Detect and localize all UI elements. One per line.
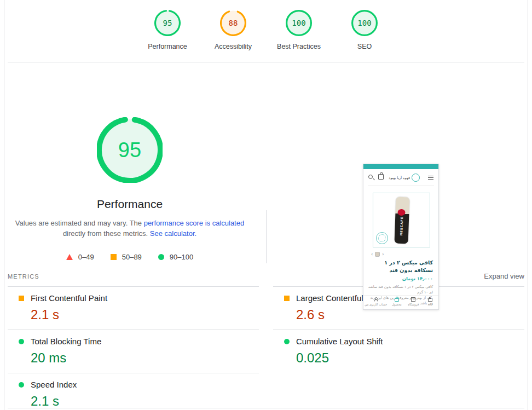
accessibility-score-value: 88	[220, 10, 246, 36]
nav-label: محصول	[392, 302, 402, 305]
mobile-bottom-nav: حساب کاربری من محصول فروشگاه خانه	[363, 295, 438, 307]
main-performance-score-value: 95	[97, 117, 163, 183]
metric-first-contentful-paint: First Contentful Paint 2.1 s	[8, 286, 259, 330]
nav-label: فروشگاه	[408, 302, 419, 305]
fail-triangle-icon	[66, 254, 73, 260]
cart-icon	[378, 174, 384, 180]
person-icon	[374, 297, 378, 302]
metric-empty-cell	[273, 373, 524, 410]
summary-label: Performance	[148, 43, 187, 50]
performance-title: Performance	[0, 198, 259, 211]
next-arrow-icon: ›	[382, 252, 384, 257]
vertical-divider	[266, 210, 267, 263]
summary-item-accessibility[interactable]: 88 Accessibility	[200, 10, 266, 62]
metric-value: 20 ms	[31, 350, 259, 366]
mobile-header: قهوه آریا بهبود	[363, 169, 438, 186]
performance-score-gauge: 95	[154, 10, 181, 36]
bag-icon	[395, 298, 399, 302]
summary-label: Accessibility	[215, 43, 252, 50]
performance-disclaimer: Values are estimated and may vary. The p…	[6, 218, 253, 239]
nav-item-home: خانه	[421, 296, 438, 307]
pack-brand-text: NESCAFE	[400, 210, 404, 242]
average-square-icon	[284, 296, 290, 301]
legend-range: 50–89	[122, 253, 142, 261]
legend-range: 90–100	[170, 253, 193, 261]
metric-value: 2.1 s	[31, 394, 259, 409]
store-icon	[411, 297, 415, 302]
metrics-heading: METRICS	[8, 273, 39, 280]
prev-arrow-icon: ‹	[371, 252, 373, 257]
best-practices-score-value: 100	[286, 10, 312, 36]
disclaimer-text: directly from these metrics.	[63, 229, 150, 238]
nav-item-account: حساب کاربری من	[363, 296, 388, 307]
nav-label: خانه	[427, 302, 432, 305]
bottom-divider	[8, 408, 524, 408]
pass-circle-icon	[19, 339, 24, 344]
metric-label: Cumulative Layout Shift	[296, 337, 383, 346]
nav-label: حساب کاربری من	[365, 302, 387, 305]
pass-circle-icon	[19, 382, 24, 388]
metric-value: 2.1 s	[31, 307, 259, 322]
average-square-icon	[19, 296, 24, 301]
score-legend: 0–49 50–89 90–100	[66, 253, 193, 261]
store-name: قهوه آریا بهبود	[389, 176, 410, 180]
nav-item-product: محصول	[388, 296, 405, 307]
performance-gauge-block: 95 Performance Values are estimated and …	[0, 117, 259, 262]
performance-panel: 95 Performance Values are estimated and …	[0, 62, 532, 266]
metric-speed-index: Speed Index 2.1 s	[8, 373, 259, 410]
main-performance-gauge: 95	[97, 117, 163, 183]
summary-item-seo[interactable]: 100 SEO	[332, 10, 397, 62]
watermark-stamp-icon	[376, 232, 388, 244]
nav-item-shop: فروشگاه	[405, 296, 422, 307]
product-image-box: NESCAFE	[373, 193, 430, 247]
search-icon	[368, 175, 373, 179]
metric-cumulative-layout-shift: Cumulative Layout Shift 0.025	[273, 330, 524, 373]
see-calculator-link[interactable]: See calculator.	[150, 229, 196, 238]
image-pager: ‹ ›	[371, 252, 384, 257]
product-title: کافی میکس ۲ در ۱ نسکافه بدون قند	[369, 259, 433, 274]
home-icon	[428, 297, 432, 302]
metric-label: Total Blocking Time	[31, 337, 101, 346]
average-square-icon	[111, 254, 117, 260]
seo-score-value: 100	[351, 10, 378, 36]
pass-circle-icon	[158, 254, 164, 260]
menu-icon	[428, 176, 433, 180]
metric-label: First Contentful Paint	[31, 293, 107, 303]
disclaimer-text: Values are estimated and may vary. The	[15, 219, 144, 227]
accessibility-score-gauge: 88	[220, 10, 246, 36]
mobile-status-bar	[363, 164, 438, 169]
metric-value: 0.025	[296, 350, 524, 366]
lighthouse-report: 95 Performance 88 Accessibility 100 Best…	[0, 0, 532, 410]
store-logo-icon	[412, 174, 420, 182]
best-practices-score-gauge: 100	[286, 10, 312, 36]
score-calculation-link[interactable]: performance score is calculated	[144, 219, 245, 227]
expand-view-button[interactable]: Expand view	[484, 272, 524, 280]
legend-pass: 90–100	[158, 253, 193, 261]
product-description-line: کافی میکس ۲ در ۱ نسکافه بدون قند ساشه ای…	[368, 284, 433, 295]
metrics-header: METRICS Expand view	[8, 266, 524, 286]
pass-circle-icon	[284, 339, 290, 344]
product-price: ۱۴٫۰۰۰ تومان	[402, 276, 433, 281]
summary-label: Best Practices	[277, 43, 321, 50]
pager-thumbnail	[375, 252, 380, 257]
metric-label: Speed Index	[31, 380, 77, 389]
store-logo: قهوه آریا بهبود	[389, 174, 420, 182]
summary-label: SEO	[357, 43, 372, 50]
score-summary-bar: 95 Performance 88 Accessibility 100 Best…	[0, 0, 532, 62]
metrics-grid: First Contentful Paint 2.1 s Largest Con…	[8, 286, 524, 410]
mobile-header-divider	[368, 186, 434, 186]
final-screenshot-thumbnail[interactable]: قهوه آریا بهبود NESCAFE ‹ › کافی میکس ۲ …	[363, 164, 439, 310]
seo-score-gauge: 100	[351, 10, 378, 36]
performance-score-value: 95	[154, 10, 181, 36]
metric-total-blocking-time: Total Blocking Time 20 ms	[8, 330, 259, 373]
legend-range: 0–49	[78, 253, 94, 261]
legend-average: 50–89	[111, 253, 142, 261]
summary-item-performance[interactable]: 95 Performance	[135, 10, 200, 62]
legend-fail: 0–49	[66, 253, 94, 261]
summary-item-best-practices[interactable]: 100 Best Practices	[266, 10, 332, 62]
product-image: NESCAFE	[395, 197, 410, 244]
